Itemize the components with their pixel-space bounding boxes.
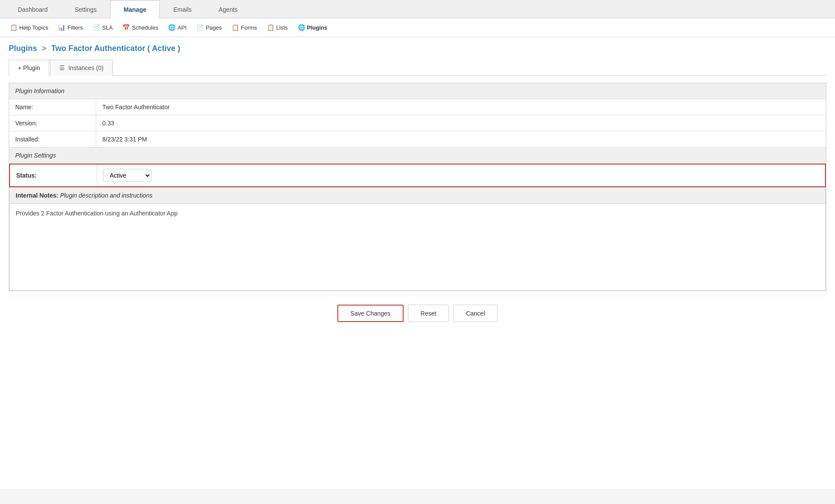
tab-instances[interactable]: ☰ Instances (0) [50, 60, 113, 76]
subnav-help-topics-label: Help Topics [19, 24, 48, 31]
plugin-info-table: Plugin Information Name: Two Factor Auth… [9, 83, 826, 291]
plugin-settings-section-label: Plugin Settings [9, 148, 826, 163]
internal-notes-content: Provides 2 Factor Authentication using a… [9, 204, 826, 291]
instances-icon: ☰ [59, 64, 65, 71]
page-content: Plugins > Two Factor Authenticator ( Act… [0, 37, 835, 489]
plugin-tabs: + Plugin ☰ Instances (0) [9, 59, 826, 76]
subnav-forms-label: Forms [241, 24, 257, 31]
internal-notes-italic: Plugin description and instructions [60, 192, 152, 199]
subnav-sla-label: SLA [102, 24, 113, 31]
lists-icon: 📋 [266, 24, 274, 31]
subnav-sla[interactable]: 📄 SLA [89, 22, 116, 33]
plugin-version-label: Version: [9, 115, 96, 131]
plugin-installed-value: 8/23/22 3:31 PM [96, 131, 826, 147]
plugin-status-label: Status: [10, 165, 97, 186]
internal-notes-header: Internal Notes: Plugin description and i… [9, 187, 826, 204]
plugin-settings-section-header: Plugin Settings [9, 148, 826, 164]
plugin-info-section-header: Plugin Information [9, 83, 826, 99]
tab-plugin[interactable]: + Plugin [9, 60, 49, 76]
subnav-forms[interactable]: 📋 Forms [228, 22, 261, 33]
pages-icon: 📄 [196, 24, 204, 31]
forms-icon: 📋 [232, 24, 239, 31]
reset-button[interactable]: Reset [408, 305, 449, 322]
tab-settings[interactable]: Settings [61, 0, 111, 18]
plugin-name-value: Two Factor Authenticator [96, 99, 826, 115]
notes-text: Provides 2 Factor Authentication using a… [16, 210, 178, 217]
subnav-pages-label: Pages [206, 24, 222, 31]
status-row-wrapper: Status: Active Disabled [9, 164, 826, 187]
cancel-button[interactable]: Cancel [453, 305, 498, 322]
footer-buttons: Save Changes Reset Cancel [9, 296, 826, 326]
sla-icon: 📄 [92, 24, 100, 31]
breadcrumb: Plugins > Two Factor Authenticator ( Act… [9, 44, 826, 53]
plugin-version-row: Version: 0.33 [9, 115, 826, 131]
subnav-schedules[interactable]: 📅 Schedules [119, 22, 162, 33]
tab-manage[interactable]: Manage [110, 0, 160, 18]
subnav-lists[interactable]: 📋 Lists [263, 22, 291, 33]
breadcrumb-parent[interactable]: Plugins [9, 44, 37, 53]
plugin-installed-row: Installed: 8/23/22 3:31 PM [9, 131, 826, 148]
subnav-lists-label: Lists [276, 24, 288, 31]
schedules-icon: 📅 [122, 24, 130, 31]
top-navigation: Dashboard Settings Manage Emails Agents [0, 0, 835, 18]
plugin-status-value[interactable]: Active Disabled [97, 165, 825, 186]
sub-navigation: 📋 Help Topics 📊 Filters 📄 SLA 📅 Schedule… [0, 18, 835, 37]
save-changes-button[interactable]: Save Changes [337, 305, 404, 322]
api-icon: 🌐 [168, 24, 176, 31]
plugin-name-row: Name: Two Factor Authenticator [9, 99, 826, 115]
subnav-plugins[interactable]: 🌐 Plugins [294, 22, 331, 33]
filters-icon: 📊 [58, 24, 66, 31]
subnav-api-label: API [178, 24, 187, 31]
tab-instances-label: Instances (0) [68, 64, 104, 71]
internal-notes-bold: Internal Notes: [16, 192, 58, 199]
subnav-filters[interactable]: 📊 Filters [54, 22, 86, 33]
subnav-api[interactable]: 🌐 API [165, 22, 190, 33]
tab-dashboard[interactable]: Dashboard [4, 0, 61, 18]
help-topics-icon: 📋 [10, 24, 17, 31]
plugin-version-value: 0.33 [96, 115, 826, 131]
breadcrumb-separator: > [42, 44, 47, 53]
status-select[interactable]: Active Disabled [103, 169, 152, 182]
subnav-pages[interactable]: 📄 Pages [193, 22, 226, 33]
subnav-help-topics[interactable]: 📋 Help Topics [6, 22, 52, 33]
tab-agents[interactable]: Agents [205, 0, 251, 18]
tab-emails[interactable]: Emails [160, 0, 205, 18]
plugin-status-row: Status: Active Disabled [10, 165, 825, 186]
breadcrumb-current: Two Factor Authenticator ( Active ) [51, 44, 180, 53]
subnav-plugins-label: Plugins [307, 24, 327, 31]
plugin-installed-label: Installed: [9, 131, 96, 147]
subnav-schedules-label: Schedules [132, 24, 158, 31]
plugin-info-section-label: Plugin Information [9, 83, 826, 99]
plugin-name-label: Name: [9, 99, 96, 115]
plugins-icon: 🌐 [297, 24, 305, 31]
subnav-filters-label: Filters [67, 24, 83, 31]
